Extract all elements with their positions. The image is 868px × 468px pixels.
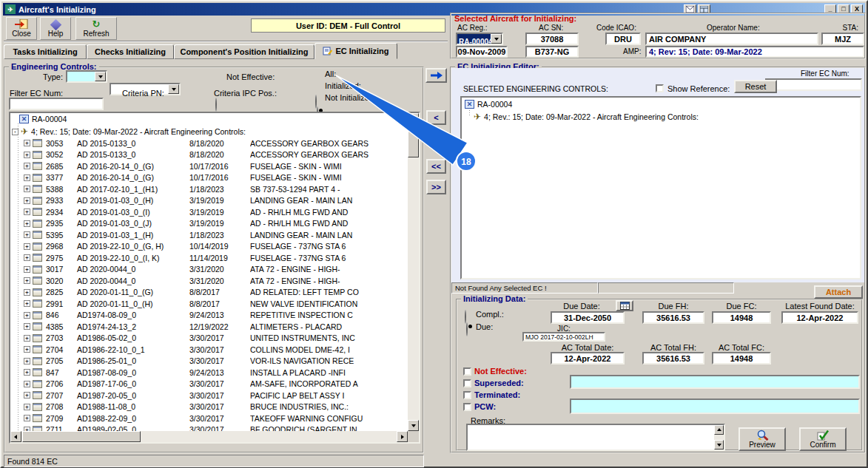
tab-checks-initializing[interactable]: Checks Initializing — [87, 44, 174, 59]
tree-row[interactable]: +2968AD 2019-22-10_0_(G, H)10/14/2019FUS… — [10, 241, 408, 253]
code-icao-field[interactable]: DRU — [605, 33, 641, 45]
radio-due[interactable] — [466, 322, 468, 336]
tree-row[interactable]: +846AD1974-08-09_09/24/2013REPETITIVE IN… — [10, 310, 408, 322]
tree-parent-row[interactable]: - ✈ 4; Rev.: 15; Date: 09-Mar-2022 - Air… — [12, 126, 246, 137]
horizontal-scroll-thumb[interactable] — [22, 431, 141, 442]
type2-dropdown-icon[interactable] — [168, 84, 179, 94]
tree-row[interactable]: +2705AD1986-25-01_03/30/2017VOR-ILS NAVI… — [10, 356, 408, 367]
tree-row[interactable]: +3020AD 2020-0044_03/31/2020ATA 72 - ENG… — [10, 275, 408, 287]
remarks-scrollbar[interactable] — [714, 425, 724, 450]
transfer-remove-button[interactable]: < — [426, 110, 446, 125]
calendar-button[interactable] — [616, 300, 633, 311]
radio-not-effective[interactable] — [215, 98, 217, 112]
refresh-button[interactable]: ↻ Refresh — [75, 17, 117, 40]
tree-row[interactable]: +3017AD 2020-0044_03/31/2020ATA 72 - ENG… — [10, 264, 408, 276]
reset-button[interactable]: Reset — [734, 80, 777, 93]
confirm-button[interactable]: Confirm — [799, 427, 847, 451]
tab-tasks-initializing[interactable]: Tasks Initializing — [4, 44, 87, 59]
tree-row[interactable]: +2709AD1988-22-09_03/30/2017TAKEOFF WARN… — [10, 413, 408, 424]
ac-model-field[interactable]: B737-NG — [525, 46, 579, 58]
editor-tree-root-row[interactable]: ✕ RA-00004 — [465, 100, 512, 109]
expand-icon[interactable]: + — [24, 254, 30, 261]
scroll-up-button[interactable] — [408, 113, 419, 124]
due-date-field[interactable]: 31-Dec-2050 — [551, 311, 625, 324]
due-fc-field[interactable]: 14948 — [712, 311, 771, 324]
tree-row[interactable]: +3052AD 2015-0133_08/18/2020ACCESSORY GE… — [10, 149, 408, 161]
superseded-field[interactable] — [570, 375, 860, 389]
superseded-checkbox[interactable] — [463, 379, 471, 387]
tree-row[interactable]: +2685AD 2016-20-14_0_(G)10/17/2016FUSELA… — [10, 160, 408, 172]
expand-icon[interactable]: + — [24, 208, 30, 215]
due-fh-field[interactable]: 35616.53 — [642, 311, 704, 324]
tree-row[interactable]: +5395AD 2019-01-03_1_(H)1/18/2023LANDING… — [10, 229, 408, 241]
terminated-checkbox[interactable] — [463, 391, 471, 399]
remarks-scroll-down[interactable] — [714, 440, 724, 450]
close-button[interactable]: Close — [6, 17, 37, 40]
tree-row[interactable]: +3053AD 2015-0133_08/18/2020ACCESSORY GE… — [10, 138, 408, 149]
scroll-right-button[interactable] — [397, 431, 408, 442]
expand-icon[interactable]: + — [24, 277, 30, 284]
expand-icon[interactable]: + — [24, 358, 30, 364]
scroll-left-button[interactable] — [10, 431, 21, 442]
jic-field[interactable]: MJO 2017-02-10-002LH — [522, 332, 605, 342]
collapse-icon[interactable]: - — [12, 129, 18, 135]
tree-row[interactable]: +4385AD1974-24-13_212/19/2022ALTIMETERS … — [10, 321, 408, 333]
editor-filter-input[interactable] — [765, 78, 862, 91]
expand-icon[interactable]: + — [24, 220, 30, 227]
expand-icon[interactable]: + — [24, 335, 30, 342]
tree-row[interactable]: +2706AD1987-17-06_03/30/2017AM-SAFE, INC… — [10, 379, 408, 390]
tree-row[interactable]: +2704AD1986-22-10_0_13/30/2017COLLINS MO… — [10, 344, 408, 356]
horizontal-scrollbar[interactable] — [10, 431, 408, 442]
not-effective-checkbox[interactable] — [463, 367, 471, 376]
tree-row[interactable]: +2991AD 2020-01-11_0_(H)8/8/2017NEW VALV… — [10, 298, 408, 310]
type-combobox[interactable] — [66, 70, 107, 83]
tree-root-row[interactable]: ✕ RA-00004 — [19, 115, 67, 123]
expand-icon[interactable]: + — [24, 140, 30, 146]
pcw-checkbox[interactable] — [463, 403, 471, 411]
preview-button[interactable]: Preview — [739, 427, 786, 451]
expand-icon[interactable]: + — [24, 243, 30, 250]
expand-icon[interactable]: + — [24, 231, 30, 238]
ac-date-field[interactable]: 09-Nov-2009 — [456, 46, 508, 58]
tree-row[interactable]: +5388AD 2017-02-10_1_(H1)1/18/2023SB 737… — [10, 183, 408, 195]
expand-icon[interactable]: + — [24, 163, 30, 169]
radio-compl[interactable] — [465, 310, 466, 324]
tree-row[interactable]: +3377AD 2016-20-14_0_(G)10/17/2016FUSELA… — [10, 172, 408, 184]
scroll-down-button[interactable] — [408, 420, 419, 431]
expand-icon[interactable]: + — [24, 300, 30, 307]
operator-name-field[interactable]: AIR COMPANY — [645, 33, 818, 45]
show-reference-checkbox[interactable] — [656, 84, 664, 92]
attach-button[interactable]: Attach — [814, 285, 863, 299]
expand-icon[interactable]: + — [24, 381, 30, 387]
expand-icon[interactable]: + — [24, 197, 30, 204]
tree-row[interactable]: +2707AD1987-20-05_03/30/2017PACIFIC LAP … — [10, 390, 408, 401]
expand-icon[interactable]: + — [24, 415, 30, 421]
tree-row[interactable]: +2975AD 2019-22-10_0_(I, K)11/14/2019FUS… — [10, 252, 408, 264]
vertical-scroll-thumb[interactable] — [408, 125, 419, 157]
tab-components-position-initializing[interactable]: Component's Position Initializing — [174, 44, 314, 59]
tree-row[interactable]: +847AD1987-08-09_09/24/2013INSTALL A PLA… — [10, 367, 408, 379]
ac-reg-combobox[interactable]: RA-00004 — [456, 33, 503, 45]
transfer-remove-all-button[interactable]: << — [426, 159, 446, 174]
tree-row[interactable]: +2711AD1989-02-05_03/30/2017BF GOODRICH … — [10, 424, 408, 432]
remarks-textarea[interactable] — [466, 424, 725, 451]
expand-icon[interactable]: + — [24, 289, 30, 296]
tree-row[interactable]: +2825AD 2020-01-11_0_(G)8/8/2017AD RELAT… — [10, 287, 408, 299]
ec-tree[interactable]: ✕ RA-00004 - ✈ 4; Rev.: 15; Date: 09-Mar… — [9, 112, 420, 444]
ac-reg-dropdown-icon[interactable] — [491, 34, 502, 44]
latest-found-date-field[interactable]: 12-Apr-2022 — [781, 311, 858, 324]
expand-icon[interactable]: + — [24, 174, 30, 181]
ac-total-fc-field[interactable]: 14948 — [712, 352, 771, 364]
tree-row[interactable]: +2933AD 2019-01-03_0_(H)3/19/2019LANDING… — [10, 195, 408, 207]
expand-icon[interactable]: + — [24, 346, 30, 353]
ac-total-date-field[interactable]: 12-Apr-2022 — [551, 352, 625, 364]
tree-row[interactable]: +2934AD 2019-01-03_0_(I)3/19/2019AD - RH… — [10, 206, 408, 218]
transfer-add-all-button[interactable]: >> — [426, 180, 446, 194]
tree-row[interactable]: +2703AD1986-05-02_03/30/2017UNITED INSTR… — [10, 333, 408, 345]
pcw-field[interactable] — [570, 399, 860, 414]
expand-icon[interactable]: + — [24, 323, 30, 330]
ac-sn-field[interactable]: 37088 — [525, 33, 579, 45]
remarks-scroll-up[interactable] — [714, 425, 724, 435]
tree-row[interactable]: +2935AD 2019-01-03_0_(J)3/19/2019AD - RH… — [10, 218, 408, 230]
type-dropdown-icon[interactable] — [95, 72, 106, 81]
